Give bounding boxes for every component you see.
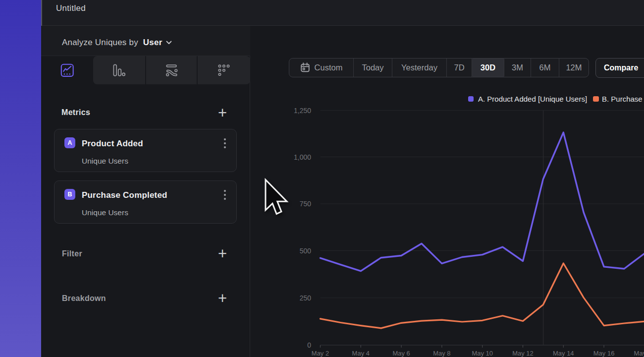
svg-text:1,000: 1,000 — [294, 153, 311, 161]
svg-text:May 2: May 2 — [312, 350, 329, 357]
svg-text:May 4: May 4 — [352, 350, 370, 357]
svg-text:May 18: May 18 — [634, 350, 644, 357]
svg-text:May 16: May 16 — [593, 350, 615, 357]
svg-text:May 8: May 8 — [433, 350, 450, 357]
svg-text:May 12: May 12 — [512, 350, 534, 357]
svg-text:500: 500 — [300, 247, 312, 255]
svg-text:May 10: May 10 — [472, 350, 493, 357]
svg-text:250: 250 — [300, 294, 312, 302]
svg-text:May 6: May 6 — [392, 350, 410, 357]
svg-text:0: 0 — [307, 341, 311, 349]
svg-text:1,250: 1,250 — [294, 107, 311, 115]
svg-text:750: 750 — [300, 200, 312, 208]
svg-text:May 14: May 14 — [553, 350, 574, 357]
